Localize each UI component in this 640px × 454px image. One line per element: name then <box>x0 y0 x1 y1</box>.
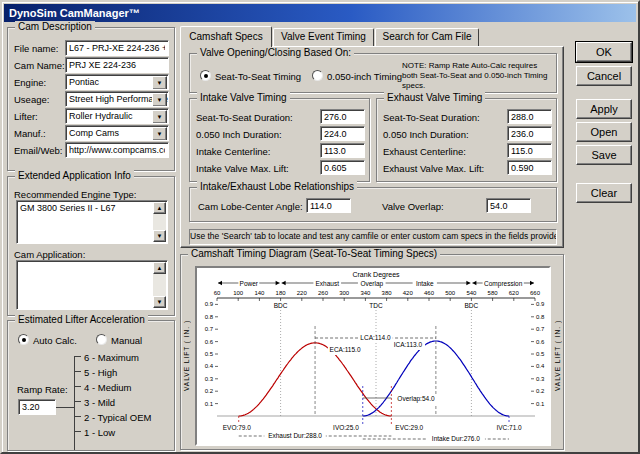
intake-050-duration-input[interactable] <box>320 126 365 141</box>
intake-timing-group: Intake Valve Timing Seat-To-Seat Duratio… <box>189 98 370 182</box>
inch-timing-radio[interactable] <box>312 70 323 81</box>
save-button[interactable]: Save <box>576 145 632 165</box>
scroll-down-icon[interactable]: ▼ <box>153 230 166 242</box>
lobe-center-angle-input[interactable] <box>306 198 351 213</box>
svg-text:0.4: 0.4 <box>536 363 545 369</box>
svg-text:Power: Power <box>240 280 259 287</box>
timing-diagram-group: Camshaft Timing Diagram (Seat-To-Seat Ti… <box>180 254 564 450</box>
intake-max-lift-input[interactable] <box>320 160 365 175</box>
svg-text:100: 100 <box>233 290 244 296</box>
svg-text:0.6: 0.6 <box>205 339 214 345</box>
cam-application-textarea[interactable]: ▲ ▼ <box>16 260 168 310</box>
manual-radio[interactable] <box>96 334 107 345</box>
exhaust-max-lift-input[interactable] <box>507 160 552 175</box>
svg-text:IVO:25.0: IVO:25.0 <box>333 424 359 431</box>
cam-name-input[interactable] <box>65 57 169 73</box>
seat-to-seat-label[interactable]: Seat-To-Seat Timing <box>215 71 301 82</box>
useage-dropdown-button[interactable]: ▼ <box>152 93 167 107</box>
cancel-button[interactable]: Cancel <box>576 66 632 86</box>
engine-select[interactable]: Pontiac ▼ <box>65 74 169 90</box>
engine-type-textarea[interactable]: GM 3800 Series II - L67 ▲ ▼ <box>16 200 168 244</box>
svg-text:ICA:113.0: ICA:113.0 <box>394 341 423 348</box>
lifter-acceleration-title: Estimated Lifter Acceleration <box>15 314 148 325</box>
clear-button[interactable]: Clear <box>576 183 632 203</box>
ramp-scale-tick <box>74 386 81 387</box>
svg-text:EVO:79.0: EVO:79.0 <box>223 424 252 431</box>
engine-label: Engine: <box>14 77 46 88</box>
intake-centerline-input[interactable] <box>320 143 365 158</box>
apply-button[interactable]: Apply <box>576 99 632 119</box>
tab-camshaft-specs[interactable]: Camshaft Specs <box>180 26 272 47</box>
intake-sts-duration-input[interactable] <box>320 109 365 124</box>
chart-plot-area: Crank DegreesPowerExhaustOverlapIntakeCo… <box>195 266 551 446</box>
svg-text:EVC:29.0: EVC:29.0 <box>395 424 423 431</box>
svg-text:0.5: 0.5 <box>536 351 545 357</box>
scroll-up-icon[interactable]: ▲ <box>153 202 166 214</box>
tab-label: Valve Event Timing <box>281 31 366 42</box>
lobe-relationships-group: Intake/Exhaust Lobe Relationships Cam Lo… <box>189 187 557 222</box>
svg-text:0.6: 0.6 <box>536 339 545 345</box>
cam-description-title: Cam Description <box>15 21 95 32</box>
svg-text:BDC: BDC <box>274 302 288 309</box>
scroll-up-icon[interactable]: ▲ <box>153 262 166 274</box>
ramp-rate-note: NOTE: Ramp Rate Auto-Calc requires both … <box>402 61 554 91</box>
ramp-rate-connector <box>56 407 74 408</box>
exhaust-timing-title: Exhaust Valve Timing <box>384 92 485 103</box>
ramp-scale-tick <box>74 356 81 357</box>
exhaust-050-duration-input[interactable] <box>507 126 552 141</box>
valve-overlap-value <box>486 198 531 213</box>
svg-text:0.2: 0.2 <box>205 388 214 394</box>
ramp-rate-input[interactable] <box>18 399 56 415</box>
window-title: DynoSim CamManager™ <box>9 7 140 19</box>
svg-text:140: 140 <box>254 290 265 296</box>
tab-label: Camshaft Specs <box>189 31 262 42</box>
tab-valve-event-timing[interactable]: Valve Event Timing <box>273 28 374 46</box>
svg-text:420: 420 <box>403 290 414 296</box>
inch-timing-label[interactable]: 0.050-inch Timing <box>327 71 402 82</box>
ramp-scale-tick <box>74 401 81 402</box>
cam-application-scrollbar[interactable]: ▲ ▼ <box>153 262 166 308</box>
ramp-scale-item: 3 - Mild <box>84 397 115 408</box>
useage-select[interactable]: Street High Performance ▼ <box>65 91 169 107</box>
lifter-select[interactable]: Roller Hydraulic ▼ <box>65 108 169 124</box>
svg-text:0.1: 0.1 <box>205 401 214 407</box>
lifter-dropdown-button[interactable]: ▼ <box>152 110 167 124</box>
svg-text:380: 380 <box>382 290 393 296</box>
svg-text:Crank Degrees: Crank Degrees <box>352 271 400 279</box>
cam-name-label: Cam Name: <box>14 60 65 71</box>
ok-button[interactable]: OK <box>576 42 632 62</box>
exhaust-sts-duration-input[interactable] <box>507 109 552 124</box>
tab-search-for-cam-file[interactable]: Search for Cam File <box>375 28 479 46</box>
valve-lift-axis-label-left: VALVE LIFT ( IN. ) <box>183 280 190 430</box>
open-button[interactable]: Open <box>576 122 632 142</box>
svg-text:0.1: 0.1 <box>536 401 545 407</box>
svg-text:IVC:71.0: IVC:71.0 <box>496 424 522 431</box>
extended-info-group: Extended Application Info Recommended En… <box>7 176 175 316</box>
svg-text:580: 580 <box>488 290 499 296</box>
intake-timing-title: Intake Valve Timing <box>197 92 290 103</box>
file-name-input[interactable] <box>65 40 169 56</box>
exhaust-centerline-label: Exhaust Centerline: <box>383 146 466 157</box>
svg-text:260: 260 <box>318 290 329 296</box>
svg-text:460: 460 <box>424 290 435 296</box>
ramp-rate-label: Ramp Rate: <box>17 384 68 395</box>
tab-label: Search for Cam File <box>383 31 472 42</box>
svg-text:TDC: TDC <box>369 302 383 309</box>
manual-label[interactable]: Manual <box>111 335 142 346</box>
auto-calc-label[interactable]: Auto Calc. <box>33 335 77 346</box>
engine-type-scrollbar[interactable]: ▲ ▼ <box>153 202 166 242</box>
svg-text:LCA:114.0: LCA:114.0 <box>360 334 391 341</box>
manuf-select[interactable]: Comp Cams ▼ <box>65 125 169 141</box>
seat-to-seat-radio[interactable] <box>200 70 211 81</box>
email-web-input[interactable] <box>65 142 169 158</box>
svg-text:0.3: 0.3 <box>205 376 214 382</box>
svg-text:660: 660 <box>530 290 541 296</box>
exhaust-centerline-input[interactable] <box>507 143 552 158</box>
manuf-dropdown-button[interactable]: ▼ <box>152 127 167 141</box>
scroll-down-icon[interactable]: ▼ <box>153 296 166 308</box>
lifter-label: Lifter: <box>14 111 38 122</box>
valve-basis-title: Valve Opening/Closing Based On: <box>197 47 354 58</box>
engine-dropdown-button[interactable]: ▼ <box>152 76 167 90</box>
svg-text:ECA:115.0: ECA:115.0 <box>330 346 361 353</box>
auto-calc-radio[interactable] <box>18 334 29 345</box>
